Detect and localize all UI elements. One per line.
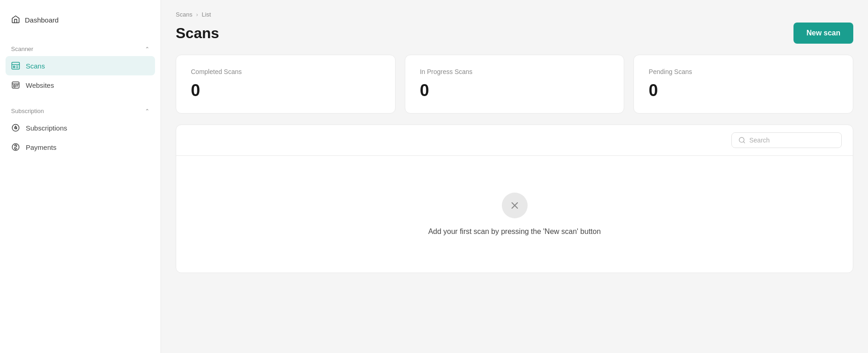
scanner-section-header: Scanner ⌃ [0, 42, 161, 56]
scans-icon [11, 61, 20, 70]
websites-label: Websites [26, 81, 54, 89]
svg-line-14 [743, 142, 745, 143]
completed-scans-label: Completed Scans [191, 68, 380, 75]
sidebar-item-websites[interactable]: Websites [0, 75, 161, 95]
pending-scans-label: Pending Scans [649, 68, 838, 75]
sidebar-item-scans[interactable]: Scans [6, 56, 155, 75]
search-input[interactable] [749, 137, 835, 144]
pending-scans-value: 0 [649, 81, 838, 100]
scans-list-container: Add your first scan by pressing the 'New… [176, 125, 853, 273]
svg-rect-7 [14, 85, 15, 87]
websites-icon [11, 80, 20, 90]
scans-list-toolbar [176, 125, 853, 156]
page-header: Scans New scan [176, 23, 853, 44]
page-title: Scans [176, 25, 219, 42]
payments-icon [11, 142, 20, 152]
scans-label: Scans [26, 62, 45, 70]
breadcrumb-separator: › [196, 11, 198, 18]
search-icon [738, 137, 746, 144]
svg-rect-0 [12, 63, 20, 69]
search-container [731, 132, 842, 148]
empty-state: Add your first scan by pressing the 'New… [176, 156, 853, 273]
scanner-section-label: Scanner [11, 46, 33, 52]
breadcrumb-root[interactable]: Scans [176, 11, 192, 18]
sidebar: Dashboard Scanner ⌃ Scans [0, 0, 161, 353]
svg-rect-2 [13, 66, 15, 68]
subscriptions-label: Subscriptions [26, 124, 67, 132]
subscriptions-icon [11, 123, 20, 132]
completed-scans-value: 0 [191, 81, 380, 100]
main-content: Scans › List Scans New scan Completed Sc… [161, 0, 868, 353]
pending-scans-card: Pending Scans 0 [633, 55, 853, 114]
in-progress-scans-card: In Progress Scans 0 [405, 55, 625, 114]
empty-state-message: Add your first scan by pressing the 'New… [428, 228, 601, 236]
stats-row: Completed Scans 0 In Progress Scans 0 Pe… [176, 55, 853, 114]
sidebar-item-payments[interactable]: Payments [0, 137, 161, 157]
scanner-chevron-icon: ⌃ [145, 46, 149, 52]
new-scan-button[interactable]: New scan [793, 23, 853, 44]
subscription-section-label: Subscription [11, 108, 44, 114]
sidebar-item-dashboard[interactable]: Dashboard [0, 9, 161, 31]
payments-label: Payments [26, 143, 57, 151]
home-icon [11, 15, 20, 25]
in-progress-scans-label: In Progress Scans [420, 68, 609, 75]
close-icon [509, 200, 520, 211]
dashboard-label: Dashboard [25, 16, 58, 24]
breadcrumb-current: List [201, 11, 211, 18]
breadcrumb: Scans › List [176, 11, 853, 18]
completed-scans-card: Completed Scans 0 [176, 55, 396, 114]
empty-state-icon [502, 193, 528, 218]
subscription-section-header: Subscription ⌃ [0, 104, 161, 118]
in-progress-scans-value: 0 [420, 81, 609, 100]
subscription-chevron-icon: ⌃ [145, 108, 149, 114]
sidebar-item-subscriptions[interactable]: Subscriptions [0, 118, 161, 137]
